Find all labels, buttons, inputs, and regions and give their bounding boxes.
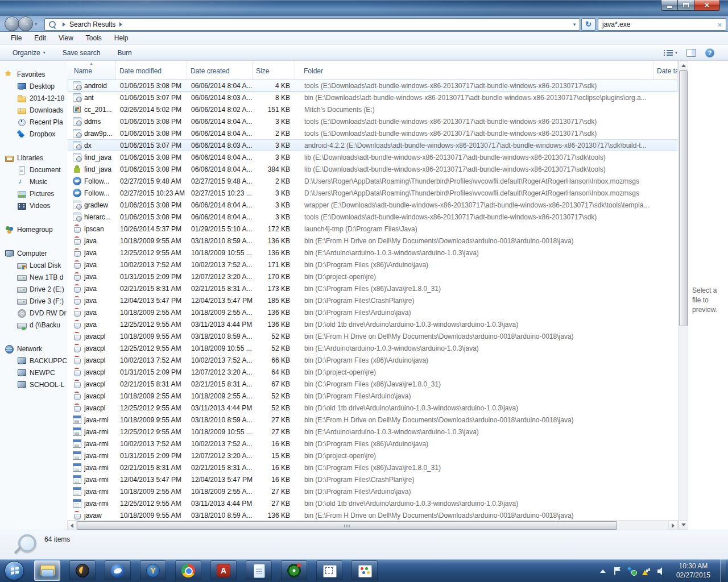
table-row[interactable]: java-rmi10/18/2009 2:55 AM10/18/2009 2:5… [68,485,677,497]
table-row[interactable]: draw9p...01/06/2015 3:08 PM06/06/2014 8:… [68,127,677,139]
back-button[interactable] [5,16,19,31]
sidebar-item-videos[interactable]: Videos [0,199,67,211]
table-row[interactable]: hierarc...01/06/2015 3:08 PM06/06/2014 8… [68,211,677,223]
sidebar-item-dropbox[interactable]: Dropbox [0,128,67,140]
address-dropdown[interactable]: ▾ [569,22,580,27]
vertical-scrollbar[interactable] [678,61,688,530]
sidebar-item-drive-3-f[interactable]: Drive 3 (F:) [0,295,67,307]
menu-edit[interactable]: Edit [28,32,52,44]
taskbar-app-y-tree[interactable] [140,560,166,581]
sidebar-item-pictures[interactable]: Pictures [0,188,67,199]
taskbar-app-adobe-reader[interactable] [210,560,237,581]
taskbar-app-notepad[interactable] [246,560,272,581]
breadcrumb-arrow-icon[interactable] [63,22,65,27]
sidebar-item-dvd-rw-dr[interactable]: DVD RW Dr [0,307,67,319]
help-icon[interactable] [705,48,714,57]
table-row[interactable]: javacpl12/25/2012 9:55 AM10/18/2009 10:5… [68,342,677,354]
table-row[interactable]: java-rmi10/18/2009 9:55 AM03/18/2010 8:5… [68,414,677,426]
toolbar-save-search-button[interactable]: Save search [58,47,105,59]
sidebar-item-document[interactable]: Document [0,164,67,176]
sidebar-item-recent-pla[interactable]: Recent Pla [0,116,67,128]
table-row[interactable]: gradlew01/06/2015 3:08 PM06/06/2014 8:04… [68,199,677,211]
table-row[interactable]: java02/21/2015 8:31 AM02/21/2015 8:31 A.… [68,282,677,294]
toolbar-burn-button[interactable]: Burn [113,47,136,59]
taskbar-app-green-disc[interactable] [281,560,307,581]
scroll-right-arrow[interactable] [668,521,678,530]
show-desktop-button[interactable] [720,559,726,582]
table-row[interactable]: java-rmi12/25/2012 9:55 AM10/18/2009 10:… [68,426,677,438]
forward-button[interactable] [18,16,33,31]
table-row[interactable]: java-rmi12/04/2013 5:47 PM12/04/2013 5:4… [68,473,677,485]
sidebar-item-backuppc[interactable]: BACKUPPC [0,355,67,367]
column-header-date-modified[interactable]: Date modified [116,61,187,80]
horizontal-scroll-thumb[interactable] [77,521,617,530]
close-button[interactable] [694,0,720,11]
sidebar-item-computer[interactable]: Computer [0,247,67,259]
table-row[interactable]: cc_201...02/26/2014 5:02 PM06/06/2014 8:… [68,103,677,115]
sidebar-item-network[interactable]: Network [0,343,67,355]
table-row[interactable]: ant01/06/2015 3:07 PM06/06/2014 8:03 A..… [68,92,677,103]
sidebar-item-d-backu[interactable]: d (\\Backu [0,319,67,331]
column-header-name[interactable]: Name [67,61,116,80]
horizontal-scrollbar[interactable] [67,520,678,530]
table-row[interactable]: find_java01/06/2015 3:08 PM06/06/2014 8:… [68,151,677,163]
sidebar-item-libraries[interactable]: Libraries [0,152,67,164]
table-row[interactable]: find_java01/06/2015 3:08 PM06/06/2014 8:… [68,163,677,175]
table-row[interactable]: Follow...02/27/2015 10:23 AM02/27/2015 1… [68,187,677,199]
taskbar-app-media-dark[interactable] [69,560,96,581]
menu-file[interactable]: File [5,32,28,44]
maximize-button[interactable] [678,0,694,11]
sidebar-item-2014-12-18[interactable]: 2014-12-18 [0,92,67,104]
table-row[interactable]: ddms01/06/2015 3:08 PM06/06/2014 8:04 A.… [68,115,677,127]
scroll-down-arrow[interactable] [679,520,688,530]
column-header-size[interactable]: Size [253,61,295,80]
sidebar-item-new-1tb-d[interactable]: New 1TB d [0,271,67,283]
sidebar-item-school-l[interactable]: SCHOOL-L [0,379,67,390]
table-row[interactable]: java-rmi10/02/2013 7:52 AM10/02/2013 7:5… [68,438,677,450]
table-row[interactable]: javacpl02/21/2015 8:31 AM02/21/2015 8:31… [68,378,677,390]
table-row[interactable]: java12/25/2012 9:55 AM03/11/2013 4:44 PM… [68,318,677,330]
taskbar-app-thunderbird[interactable] [105,560,131,581]
minimize-button[interactable] [661,0,678,11]
table-row[interactable]: android01/06/2015 3:08 PM06/06/2014 8:04… [68,80,677,92]
preview-pane-icon[interactable] [686,49,696,57]
menu-view[interactable]: View [52,32,80,44]
table-row[interactable]: javaw10/18/2009 9:55 AM03/18/2010 8:59 A… [68,509,677,520]
table-row[interactable]: ipscan10/26/2014 5:37 PM01/29/2015 5:10 … [68,223,677,235]
taskbar-clock[interactable]: 10:30 AM 02/27/2015 [672,562,715,580]
sidebar-item-local-disk[interactable]: Local Disk [0,259,67,271]
clear-search-button[interactable] [717,20,722,29]
sidebar-item-desktop[interactable]: Desktop [0,80,67,92]
table-row[interactable]: java01/31/2015 2:09 PM12/07/2012 3:20 A.… [68,271,677,282]
vertical-scroll-thumb[interactable] [679,70,688,326]
table-row[interactable]: javacpl10/18/2009 9:55 AM03/18/2010 8:59… [68,330,677,342]
change-view-button[interactable] [663,49,677,56]
table-row[interactable]: java10/18/2009 2:55 AM10/18/2009 2:55 A.… [68,306,677,318]
column-header-date-ta[interactable]: Date ta [653,61,678,80]
table-row[interactable]: javacpl10/02/2013 7:52 AM10/02/2013 7:52… [68,354,677,366]
sidebar-item-homegroup[interactable]: Homegroup [0,223,67,235]
table-row[interactable]: java10/02/2013 7:52 AM10/02/2013 7:52 A.… [68,259,677,271]
hidden-icons-expand-icon[interactable] [598,566,607,576]
table-row[interactable]: java-rmi01/31/2015 2:09 PM12/07/2012 3:2… [68,450,677,462]
dropbox-tray-icon[interactable] [627,566,637,576]
taskbar-app-chrome[interactable] [175,560,201,581]
sidebar-item-music[interactable]: Music [0,176,67,188]
column-header-folder[interactable]: Folder [295,61,653,80]
start-button[interactable] [5,561,24,580]
table-row[interactable]: java-rmi02/21/2015 8:31 AM02/21/2015 8:3… [68,462,677,473]
network-warning-icon[interactable] [642,566,652,576]
breadcrumb[interactable]: Search Results [69,20,115,28]
table-row[interactable]: Follow...02/27/2015 9:48 AM02/27/2015 9:… [68,175,677,187]
table-row[interactable]: java-rmi12/25/2012 9:55 AM03/11/2013 4:4… [68,497,677,509]
menu-tools[interactable]: Tools [80,32,108,44]
menu-help[interactable]: Help [108,32,135,44]
search-input[interactable]: java*.exe [602,20,717,28]
taskbar-app-explorer[interactable] [34,560,60,581]
taskbar-app-paint[interactable] [351,560,378,581]
search-box[interactable]: java*.exe [598,18,726,31]
address-bar[interactable]: Search Results ▾ [44,18,580,31]
sidebar-item-favorites[interactable]: Favorites [0,68,67,80]
table-row[interactable]: java12/25/2012 9:55 AM10/18/2009 10:55 .… [68,247,677,259]
scroll-up-arrow[interactable] [679,61,688,70]
